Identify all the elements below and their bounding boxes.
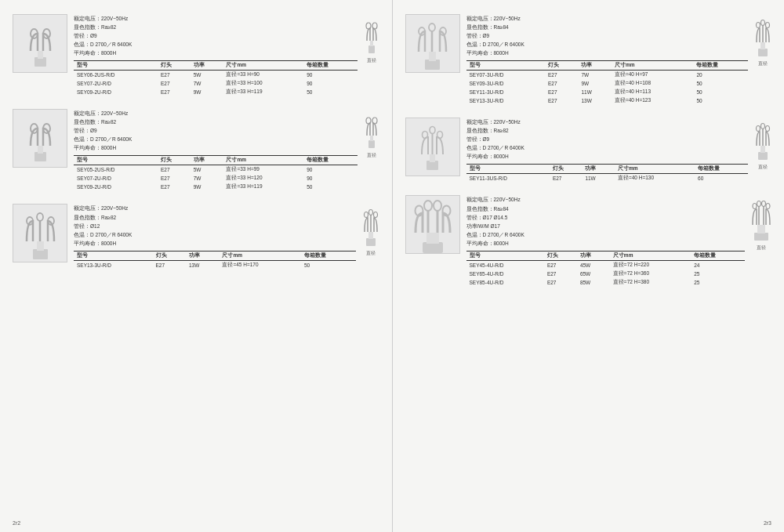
bulb-diagram-3: 直径 <box>362 204 379 256</box>
svg-rect-12 <box>368 140 375 148</box>
svg-rect-44 <box>758 152 768 160</box>
bulb-diagram-1: 直径 <box>364 14 379 63</box>
svg-point-37 <box>766 23 770 28</box>
product-info-1: 额定电压：220V~50Hz 显色指数：Ra≥82 管径：Ø9 色温：D 270… <box>74 14 358 96</box>
product-block-6: 额定电压：220V~50Hz 显色指数：Ra≥84 管径：Ø17 Ø14.5 功… <box>405 195 772 286</box>
svg-rect-45 <box>760 146 765 153</box>
bulb-diagram-4: 直径 <box>754 14 771 67</box>
svg-point-25 <box>368 210 372 215</box>
product-specs-4: 额定电压：220V~50Hz 显色指数：Ra≥84 管径：Ø9 色温：D 270… <box>466 14 749 57</box>
table-row: SEY65-4U-R/DE2765W直径=72 H=36025 <box>466 270 746 278</box>
product-image-4 <box>405 14 460 73</box>
svg-rect-1 <box>38 51 43 59</box>
product-table-5: 型号 灯头 功率 尺寸mm 每箱数量 SEY11-3US-R/DE2711W直径… <box>466 164 749 183</box>
svg-point-60 <box>753 204 757 209</box>
svg-point-61 <box>757 201 761 207</box>
svg-rect-56 <box>754 233 768 241</box>
product-block-3: 额定电压：220V~50Hz 显色指数：Ra≥82 管径：Ø12 色温：D 27… <box>13 204 379 269</box>
svg-point-42 <box>430 127 435 134</box>
product-block-5: 额定电压：220V~50Hz 显色指数：Ra≥82 管径：Ø9 色温：D 270… <box>405 118 772 183</box>
svg-point-6 <box>366 23 371 29</box>
product-specs-6: 额定电压：220V~50Hz 显色指数：Ra≥84 管径：Ø17 Ø14.5 功… <box>466 195 746 247</box>
svg-point-15 <box>372 118 377 124</box>
product-image-2 <box>13 109 67 168</box>
product-table-6: 型号 灯头 功率 尺寸mm 每箱数量 SEY45-4U-R/DE2745W直径=… <box>466 251 746 287</box>
product-table-2: 型号 灯头 功率 尺寸mm 每箱数量 SEY05-2US-R/DE275W直径=… <box>74 155 358 191</box>
svg-point-62 <box>762 201 766 207</box>
svg-rect-39 <box>430 154 435 162</box>
product-specs-5: 额定电压：220V~50Hz 显色指数：Ra≥82 管径：Ø9 色温：D 270… <box>466 118 749 161</box>
diagram-label-1: 直径 <box>367 58 376 63</box>
svg-point-30 <box>429 24 435 31</box>
product-info-2: 额定电压：220V~50Hz 显色指数：Ra≥82 管径：Ø9 色温：D 270… <box>74 109 358 191</box>
table-row: SEY85-4U-R/DE2785W直径=72 H=38025 <box>466 278 746 287</box>
product-table-3: 型号 灯头 功率 尺寸mm 每箱数量 SEY13-3U-R/DE2713W直径=… <box>74 251 356 270</box>
product-image-6 <box>405 195 460 254</box>
svg-point-14 <box>366 118 371 124</box>
table-row: SEY06-2US-R/DE275W直径=33 H=9090 <box>74 71 358 80</box>
diagram-label-3: 直径 <box>366 251 376 256</box>
table-row: SEY07-3U-R/DE277W直径=40 H=9720 <box>466 71 749 80</box>
svg-point-24 <box>364 212 368 218</box>
product-image-3 <box>13 204 67 262</box>
diagram-label-5: 直径 <box>758 165 768 170</box>
svg-point-49 <box>766 126 770 132</box>
svg-point-43 <box>437 132 443 139</box>
product-table-1: 型号 灯头 功率 尺寸mm 每箱数量 SEY06-2US-R/DE275W直径=… <box>74 60 358 96</box>
svg-point-63 <box>766 204 770 209</box>
table-row: SEY11-3U-R/DE2711W直径=40 H=11350 <box>466 88 749 96</box>
bulb-diagram-2: 直径 <box>364 109 379 158</box>
product-table-4: 型号 灯头 功率 尺寸mm 每箱数量 SEY07-3U-R/DE277W直径=4… <box>466 60 749 105</box>
table-row: SEY13-3U-R/DE2713W直径=45 H=17050 <box>74 260 356 270</box>
col-header-size: 尺寸mm <box>223 61 303 71</box>
product-info-6: 额定电压：220V~50Hz 显色指数：Ra≥84 管径：Ø17 Ø14.5 功… <box>466 195 746 286</box>
col-header-model: 型号 <box>74 61 158 71</box>
product-image-5 <box>405 118 460 176</box>
product-specs-3: 额定电压：220V~50Hz 显色指数：Ra≥82 管径：Ø12 色温：D 27… <box>74 204 356 247</box>
svg-point-35 <box>757 23 760 28</box>
svg-rect-17 <box>37 241 44 251</box>
product-info-3: 额定电压：220V~50Hz 显色指数：Ra≥82 管径：Ø12 色温：D 27… <box>74 204 356 269</box>
svg-point-54 <box>434 201 441 211</box>
col-header-power: 功率 <box>191 61 223 71</box>
diagram-label-6: 直径 <box>757 245 766 251</box>
product-image-1 <box>13 14 67 73</box>
product-info-5: 额定电压：220V~50Hz 显色指数：Ra≥82 管径：Ø9 色温：D 270… <box>466 118 749 183</box>
svg-point-19 <box>37 213 43 221</box>
table-row: SEY13-3U-R/DE2713W直径=40 H=12350 <box>466 96 749 105</box>
product-block-1: 额定电压：220V~50Hz 显色指数：Ra≥82 管径：Ø9 色温：D 270… <box>13 14 379 96</box>
svg-rect-22 <box>368 232 373 239</box>
svg-point-48 <box>761 124 765 129</box>
table-row: SEY07-2U-R/DE277W直径=33 H=12090 <box>74 174 358 183</box>
table-row: SEY11-3US-R/DE2711W直径=40 H=13060 <box>466 174 749 183</box>
product-specs-2: 额定电压：220V~50Hz 显色指数：Ra≥82 管径：Ø9 色温：D 270… <box>74 109 358 152</box>
table-row: SEY45-4U-R/DE2745W直径=72 H=22024 <box>466 260 746 270</box>
svg-rect-13 <box>370 136 373 141</box>
svg-rect-4 <box>368 45 375 53</box>
page-number-right: 2r3 <box>764 520 771 526</box>
svg-rect-33 <box>760 42 765 49</box>
product-block-2: 额定电压：220V~50Hz 显色指数：Ra≥82 管径：Ø9 色温：D 270… <box>13 109 379 191</box>
table-row: SEY07-2U-R/DE277W直径=33 H=10090 <box>74 79 358 88</box>
svg-rect-21 <box>366 238 376 246</box>
svg-point-53 <box>424 201 432 211</box>
table-row: SEY09-2U-R/DE279W直径=33 H=11950 <box>74 88 358 96</box>
svg-rect-9 <box>38 146 43 154</box>
svg-rect-51 <box>426 233 439 244</box>
svg-point-47 <box>757 126 760 132</box>
product-block-4: 额定电压：220V~50Hz 显色指数：Ra≥84 管径：Ø9 色温：D 270… <box>405 14 772 105</box>
table-row: SEY09-2U-R/DE279W直径=33 H=11950 <box>74 183 358 191</box>
svg-point-41 <box>423 132 428 139</box>
right-page: 额定电压：220V~50Hz 显色指数：Ra≥84 管径：Ø9 色温：D 270… <box>393 0 785 532</box>
col-header-base: 灯头 <box>158 61 191 71</box>
table-row: SEY09-3U-R/DE279W直径=40 H=10850 <box>466 79 749 88</box>
product-specs-1: 额定电压：220V~50Hz 显色指数：Ra≥82 管径：Ø9 色温：D 270… <box>74 14 358 57</box>
diagram-label-4: 直径 <box>758 61 768 67</box>
bulb-diagram-5: 直径 <box>754 118 771 170</box>
left-page: 额定电压：220V~50Hz 显色指数：Ra≥82 管径：Ø9 色温：D 270… <box>0 0 393 532</box>
svg-point-36 <box>761 20 765 26</box>
page-number-left: 2r2 <box>13 520 20 526</box>
svg-point-26 <box>373 212 377 218</box>
svg-rect-50 <box>423 242 443 253</box>
svg-rect-28 <box>429 52 436 61</box>
